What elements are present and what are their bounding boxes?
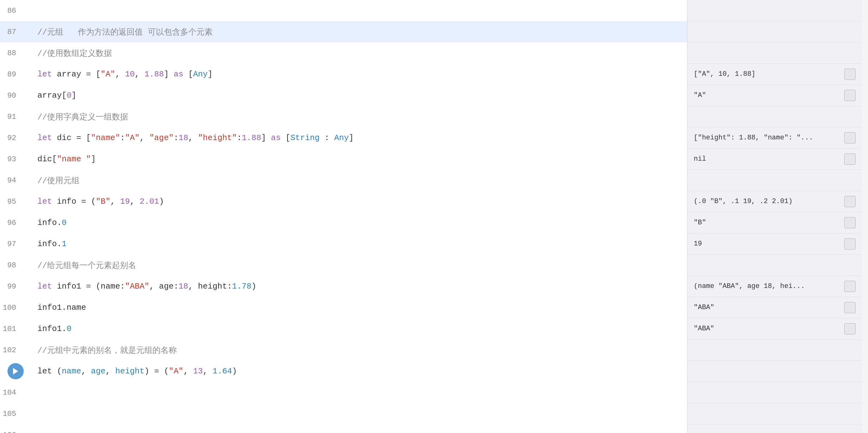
result-line: (.0 "B", .1 19, .2 2.01) (687, 191, 862, 212)
line-content: info1.0 (31, 324, 687, 334)
code-token: //使用数组定义数据 (37, 49, 112, 58)
code-token: , (130, 197, 140, 206)
code-token: let ( (37, 367, 62, 376)
line-number: 93 (0, 155, 24, 164)
code-token: ] (261, 133, 271, 143)
code-line: 87//元组 作为方法的返回值 可以包含多个元素 (0, 21, 687, 42)
line-number: 97 (0, 240, 24, 248)
line-content: array[0] (31, 91, 687, 100)
code-token: name (62, 367, 81, 376)
code-token: , height: (188, 282, 232, 291)
code-token: //使用字典定义一组数据 (37, 113, 128, 122)
result-copy-icon[interactable] (844, 69, 856, 80)
code-token: height (115, 367, 145, 376)
code-line: 98//给元组每一个元素起别名 (0, 255, 687, 276)
line-content: //使用元组 (31, 175, 687, 186)
code-token: "name" (91, 133, 120, 143)
result-line: "ABA" (687, 318, 862, 339)
code-token: "ABA" (125, 282, 149, 291)
code-line: 90array[0] (0, 85, 687, 106)
code-token: : (174, 133, 179, 143)
code-token: as (174, 69, 183, 79)
result-copy-icon[interactable] (844, 217, 856, 228)
line-number: 95 (0, 198, 24, 206)
code-token: String (290, 133, 319, 143)
code-token: , (135, 69, 144, 79)
code-token: 1.64 (213, 367, 232, 376)
line-content: dic["name "] (31, 154, 687, 164)
code-token: 13 (193, 367, 203, 376)
result-value: "A" (694, 91, 841, 99)
code-token: ) = ( (144, 367, 169, 376)
code-line: 101info1.0 (0, 318, 687, 339)
code-token: "height" (198, 133, 237, 143)
code-token: 0 (67, 324, 72, 334)
result-copy-icon[interactable] (844, 281, 856, 292)
result-line (687, 403, 862, 424)
result-copy-icon[interactable] (844, 323, 856, 335)
result-copy-icon[interactable] (844, 238, 856, 250)
code-token: [ (281, 133, 290, 143)
line-number: 96 (0, 219, 24, 227)
line-number: 99 (0, 282, 24, 291)
code-line: 89let array = ["A", 10, 1.88] as [Any] (0, 64, 687, 85)
code-token: 1.78 (232, 282, 251, 291)
code-token: ) (252, 282, 257, 291)
code-token: dic = [ (52, 133, 91, 143)
code-token: array[ (37, 91, 67, 100)
result-copy-icon[interactable] (844, 90, 856, 101)
result-copy-icon[interactable] (844, 196, 856, 207)
code-token: info. (37, 239, 62, 249)
result-value: nil (694, 155, 841, 163)
code-token: 18 (179, 133, 188, 143)
line-number: 98 (0, 261, 24, 269)
code-token: dic[ (37, 154, 57, 164)
line-number: 105 (0, 410, 24, 418)
code-line: 94//使用元组 (0, 170, 687, 191)
result-line (687, 0, 862, 21)
code-line: 93dic["name "] (0, 148, 687, 170)
code-line: 106 (0, 424, 687, 433)
code-token: ] (91, 154, 96, 164)
line-number: 88 (0, 49, 24, 57)
scrollbar[interactable] (862, 0, 868, 433)
code-line: 96info.0 (0, 212, 687, 233)
code-token: , (183, 367, 193, 376)
code-token: //元组中元素的别名，就是元组的名称 (37, 346, 177, 355)
code-token: info. (37, 218, 62, 227)
code-token: info1. (37, 324, 67, 334)
code-token: "A" (169, 367, 183, 376)
line-number: 92 (0, 134, 24, 142)
results-panel: ["A", 10, 1.88]"A"["height": 1.88, "name… (687, 0, 862, 433)
code-token: : (319, 133, 334, 143)
code-token: 1.88 (242, 133, 261, 143)
code-token: , age: (149, 282, 179, 291)
code-token: ] (164, 69, 174, 79)
code-token: ] (71, 91, 76, 100)
code-editor: 8687//元组 作为方法的返回值 可以包含多个元素88//使用数组定义数据89… (0, 0, 687, 433)
result-line (687, 42, 862, 64)
result-copy-icon[interactable] (844, 302, 856, 313)
code-token: , (81, 367, 91, 376)
line-content: info.0 (31, 218, 687, 227)
code-token: let (37, 133, 52, 143)
code-line: 91//使用字典定义一组数据 (0, 106, 687, 127)
code-token: let (37, 197, 52, 206)
code-token: ] (349, 133, 354, 143)
code-token: "B" (96, 197, 111, 206)
code-token: "A" (125, 133, 140, 143)
play-button[interactable] (7, 363, 24, 379)
code-token: 18 (179, 282, 188, 291)
result-copy-icon[interactable] (844, 153, 856, 165)
result-line: "ABA" (687, 297, 862, 318)
code-token: : (237, 133, 242, 143)
code-line: 88//使用数组定义数据 (0, 42, 687, 64)
code-token: , (203, 367, 213, 376)
code-token: //给元组每一个元素起别名 (37, 261, 136, 270)
result-copy-icon[interactable] (844, 132, 856, 144)
result-value: (.0 "B", .1 19, .2 2.01) (694, 198, 841, 205)
code-line: 95let info = ("B", 19, 2.01) (0, 191, 687, 212)
code-token: as (271, 133, 281, 143)
line-number: 89 (0, 70, 24, 79)
result-value: "ABA" (694, 304, 841, 311)
